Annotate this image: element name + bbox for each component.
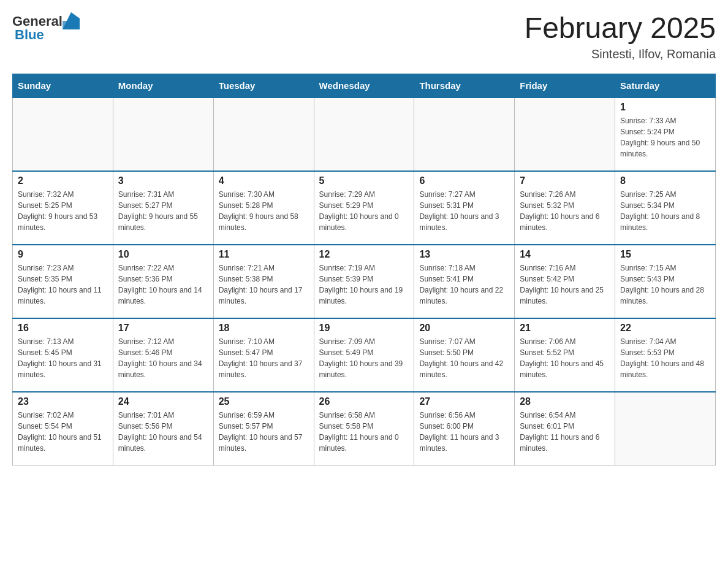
calendar-cell: 8Sunrise: 7:25 AMSunset: 5:34 PMDaylight… [615, 171, 716, 245]
calendar-cell: 21Sunrise: 7:06 AMSunset: 5:52 PMDayligh… [515, 318, 615, 392]
calendar-cell: 18Sunrise: 7:10 AMSunset: 5:47 PMDayligh… [213, 318, 314, 392]
logo-blue-text: Blue [15, 27, 80, 43]
day-number: 26 [319, 396, 409, 407]
calendar-cell: 11Sunrise: 7:21 AMSunset: 5:38 PMDayligh… [213, 245, 314, 318]
calendar-cell: 6Sunrise: 7:27 AMSunset: 5:31 PMDaylight… [414, 171, 515, 245]
calendar-cell: 17Sunrise: 7:12 AMSunset: 5:46 PMDayligh… [113, 318, 213, 392]
day-info: Sunrise: 7:32 AMSunset: 5:25 PMDaylight:… [18, 189, 108, 233]
calendar-cell: 13Sunrise: 7:18 AMSunset: 5:41 PMDayligh… [414, 245, 515, 318]
day-info: Sunrise: 7:04 AMSunset: 5:53 PMDaylight:… [620, 336, 710, 380]
day-info: Sunrise: 6:54 AMSunset: 6:01 PMDaylight:… [520, 410, 610, 454]
calendar-cell: 15Sunrise: 7:15 AMSunset: 5:43 PMDayligh… [615, 245, 716, 318]
day-info: Sunrise: 7:06 AMSunset: 5:52 PMDaylight:… [520, 336, 610, 380]
calendar-cell: 4Sunrise: 7:30 AMSunset: 5:28 PMDaylight… [213, 171, 314, 245]
day-info: Sunrise: 7:29 AMSunset: 5:29 PMDaylight:… [319, 189, 409, 233]
day-number: 14 [520, 249, 610, 260]
calendar-cell: 14Sunrise: 7:16 AMSunset: 5:42 PMDayligh… [515, 245, 615, 318]
week-row-2: 2Sunrise: 7:32 AMSunset: 5:25 PMDaylight… [13, 171, 716, 245]
day-number: 25 [219, 396, 309, 407]
calendar-cell: 2Sunrise: 7:32 AMSunset: 5:25 PMDaylight… [13, 171, 113, 245]
day-info: Sunrise: 6:58 AMSunset: 5:58 PMDaylight:… [319, 410, 409, 454]
day-info: Sunrise: 7:18 AMSunset: 5:41 PMDaylight:… [419, 262, 509, 307]
day-info: Sunrise: 7:10 AMSunset: 5:47 PMDaylight:… [219, 336, 309, 380]
weekday-header-sunday: Sunday [13, 74, 113, 98]
calendar-cell: 9Sunrise: 7:23 AMSunset: 5:35 PMDaylight… [13, 245, 113, 318]
day-number: 9 [18, 249, 108, 260]
day-info: Sunrise: 7:22 AMSunset: 5:36 PMDaylight:… [118, 262, 208, 307]
calendar-cell: 19Sunrise: 7:09 AMSunset: 5:49 PMDayligh… [314, 318, 414, 392]
day-info: Sunrise: 6:59 AMSunset: 5:57 PMDaylight:… [219, 410, 309, 454]
day-info: Sunrise: 7:21 AMSunset: 5:38 PMDaylight:… [219, 262, 309, 307]
calendar-cell: 22Sunrise: 7:04 AMSunset: 5:53 PMDayligh… [615, 318, 716, 392]
day-info: Sunrise: 7:07 AMSunset: 5:50 PMDaylight:… [419, 336, 509, 380]
day-number: 13 [419, 249, 509, 260]
weekday-header-monday: Monday [113, 74, 213, 98]
day-info: Sunrise: 7:12 AMSunset: 5:46 PMDaylight:… [118, 336, 208, 380]
day-info: Sunrise: 7:23 AMSunset: 5:35 PMDaylight:… [18, 262, 108, 307]
day-number: 22 [620, 323, 710, 334]
day-number: 28 [520, 396, 610, 407]
day-info: Sunrise: 7:19 AMSunset: 5:39 PMDaylight:… [319, 262, 409, 307]
day-number: 24 [118, 396, 208, 407]
logo: General Blue [12, 12, 80, 43]
day-info: Sunrise: 7:30 AMSunset: 5:28 PMDaylight:… [219, 189, 309, 233]
day-info: Sunrise: 7:09 AMSunset: 5:49 PMDaylight:… [319, 336, 409, 380]
day-number: 18 [219, 323, 309, 334]
day-number: 16 [18, 323, 108, 334]
week-row-5: 23Sunrise: 7:02 AMSunset: 5:54 PMDayligh… [13, 392, 716, 465]
day-number: 20 [419, 323, 509, 334]
day-info: Sunrise: 7:26 AMSunset: 5:32 PMDaylight:… [520, 189, 610, 233]
calendar-cell [314, 98, 414, 171]
day-info: Sunrise: 7:16 AMSunset: 5:42 PMDaylight:… [520, 262, 610, 307]
title-area: February 2025 Sintesti, Ilfov, Romania [525, 12, 716, 61]
day-number: 4 [219, 175, 309, 186]
calendar-cell [515, 98, 615, 171]
weekday-header-tuesday: Tuesday [213, 74, 314, 98]
day-info: Sunrise: 7:01 AMSunset: 5:56 PMDaylight:… [118, 410, 208, 454]
calendar-cell [414, 98, 515, 171]
weekday-header-wednesday: Wednesday [314, 74, 414, 98]
day-number: 6 [419, 175, 509, 186]
calendar-cell: 20Sunrise: 7:07 AMSunset: 5:50 PMDayligh… [414, 318, 515, 392]
weekday-header-thursday: Thursday [414, 74, 515, 98]
month-title: February 2025 [525, 12, 716, 45]
calendar-cell: 5Sunrise: 7:29 AMSunset: 5:29 PMDaylight… [314, 171, 414, 245]
calendar-table: SundayMondayTuesdayWednesdayThursdayFrid… [12, 74, 716, 466]
day-number: 10 [118, 249, 208, 260]
calendar-cell: 3Sunrise: 7:31 AMSunset: 5:27 PMDaylight… [113, 171, 213, 245]
day-number: 5 [319, 175, 409, 186]
calendar-cell: 26Sunrise: 6:58 AMSunset: 5:58 PMDayligh… [314, 392, 414, 465]
day-number: 12 [319, 249, 409, 260]
calendar-cell: 1Sunrise: 7:33 AMSunset: 5:24 PMDaylight… [615, 98, 716, 171]
header: General Blue February 2025 Sintesti, Ilf… [12, 12, 716, 61]
day-number: 1 [620, 102, 710, 113]
day-info: Sunrise: 7:25 AMSunset: 5:34 PMDaylight:… [620, 189, 710, 233]
day-info: Sunrise: 6:56 AMSunset: 6:00 PMDaylight:… [419, 410, 509, 454]
weekday-header-saturday: Saturday [615, 74, 716, 98]
week-row-3: 9Sunrise: 7:23 AMSunset: 5:35 PMDaylight… [13, 245, 716, 318]
calendar-cell: 10Sunrise: 7:22 AMSunset: 5:36 PMDayligh… [113, 245, 213, 318]
day-info: Sunrise: 7:13 AMSunset: 5:45 PMDaylight:… [18, 336, 108, 380]
day-number: 8 [620, 175, 710, 186]
day-number: 3 [118, 175, 208, 186]
calendar-cell: 23Sunrise: 7:02 AMSunset: 5:54 PMDayligh… [13, 392, 113, 465]
day-number: 19 [319, 323, 409, 334]
calendar-cell [213, 98, 314, 171]
day-number: 27 [419, 396, 509, 407]
calendar-cell: 27Sunrise: 6:56 AMSunset: 6:00 PMDayligh… [414, 392, 515, 465]
calendar-cell [13, 98, 113, 171]
day-number: 2 [18, 175, 108, 186]
day-number: 17 [118, 323, 208, 334]
location-title: Sintesti, Ilfov, Romania [525, 47, 716, 61]
day-number: 11 [219, 249, 309, 260]
day-info: Sunrise: 7:02 AMSunset: 5:54 PMDaylight:… [18, 410, 108, 454]
day-info: Sunrise: 7:15 AMSunset: 5:43 PMDaylight:… [620, 262, 710, 307]
day-number: 21 [520, 323, 610, 334]
weekday-header-row: SundayMondayTuesdayWednesdayThursdayFrid… [13, 74, 716, 98]
calendar-cell: 24Sunrise: 7:01 AMSunset: 5:56 PMDayligh… [113, 392, 213, 465]
calendar-cell: 16Sunrise: 7:13 AMSunset: 5:45 PMDayligh… [13, 318, 113, 392]
day-info: Sunrise: 7:27 AMSunset: 5:31 PMDaylight:… [419, 189, 509, 233]
calendar-cell: 12Sunrise: 7:19 AMSunset: 5:39 PMDayligh… [314, 245, 414, 318]
calendar-cell: 28Sunrise: 6:54 AMSunset: 6:01 PMDayligh… [515, 392, 615, 465]
day-info: Sunrise: 7:31 AMSunset: 5:27 PMDaylight:… [118, 189, 208, 233]
